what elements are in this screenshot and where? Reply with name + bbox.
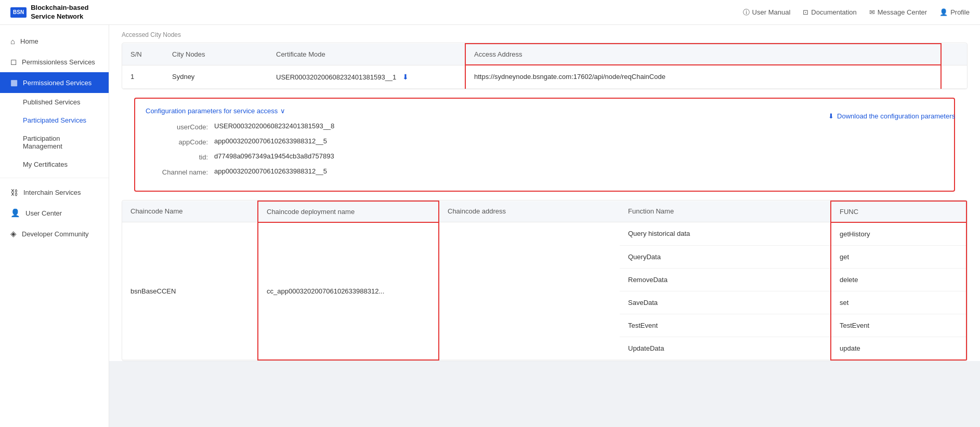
logo-icon: BSN <box>10 7 27 18</box>
col-action <box>941 44 967 65</box>
top-nav: BSN Blockchain-based Service Network ⓘ U… <box>0 0 980 25</box>
func-name-5: TestEvent <box>620 314 831 337</box>
chaincode-col-deploy: Chaincode deployment name <box>258 201 439 222</box>
sidebar-item-my-certs[interactable]: My Certificates <box>0 155 109 174</box>
func-6: update <box>831 337 966 360</box>
docs-icon: ⊡ <box>803 8 808 16</box>
sidebar-item-published[interactable]: Published Services <box>0 93 109 111</box>
permissionless-icon: ◻ <box>10 57 17 66</box>
sidebar: ⌂ Home ◻ Permissionless Services ▦ Permi… <box>0 25 109 427</box>
documentation-link[interactable]: ⊡ Documentation <box>803 8 856 16</box>
chaincode-col-name: Chaincode Name <box>122 201 258 222</box>
sidebar-divider-1 <box>0 178 109 178</box>
col-access: Access Address <box>465 44 941 65</box>
row-more <box>941 65 967 88</box>
func-name-1: Query historical data <box>620 222 831 246</box>
config-row-appcode: appCode: app000320200706102633988312__5 <box>146 137 944 146</box>
chaincode-col-func: FUNC <box>831 201 966 222</box>
table-row: bsnBaseCCEN cc_app0003202007061026339883… <box>122 222 966 246</box>
main-content: Accessed City Nodes S/N City Nodes Certi… <box>109 25 980 427</box>
sidebar-item-user-center[interactable]: 👤 User Center <box>0 203 109 223</box>
download-area: ⬇ Download the configuration parameters <box>816 108 968 126</box>
message-center-link[interactable]: ✉ Message Center <box>869 8 927 16</box>
sidebar-item-home[interactable]: ⌂ Home <box>0 31 109 51</box>
logo-text: Blockchain-based Service Network <box>31 4 88 21</box>
func-name-3: RemoveData <box>620 268 831 291</box>
func-5: TestEvent <box>831 314 966 337</box>
user-manual-link[interactable]: ⓘ User Manual <box>743 8 791 17</box>
profile-icon: 👤 <box>939 8 948 16</box>
func-1: getHistory <box>831 222 966 246</box>
chaincode-table-wrapper: Chaincode Name Chaincode deployment name… <box>122 200 968 361</box>
interchain-icon: ⛓ <box>10 188 18 197</box>
row-city: Sydney <box>164 65 268 88</box>
permissioned-icon: ▦ <box>10 78 18 87</box>
row-sn: 1 <box>122 65 164 88</box>
city-nodes-section: S/N City Nodes Certificate Mode Access A… <box>122 43 968 89</box>
row-cert: USER000320200608232401381593__1 ⬇ <box>268 65 465 88</box>
sidebar-item-permissionless[interactable]: ◻ Permissionless Services <box>0 51 109 72</box>
dev-community-icon: ◈ <box>10 229 17 238</box>
sidebar-item-participated[interactable]: Participated Services <box>0 111 109 129</box>
func-4: set <box>831 291 966 314</box>
message-icon: ✉ <box>869 8 875 16</box>
sidebar-item-permissioned[interactable]: ▦ Permissioned Services <box>0 72 109 93</box>
nav-right: ⓘ User Manual ⊡ Documentation ✉ Message … <box>743 8 970 17</box>
download-config-button[interactable]: ⬇ Download the configuration parameters <box>828 112 955 120</box>
config-row-tid: tid: d77498a0967349a19454cb3a8d757893 <box>146 152 944 161</box>
content-area: Accessed City Nodes S/N City Nodes Certi… <box>109 25 980 361</box>
row-access: https://sydneynode.bsngate.com:17602/api… <box>465 65 941 88</box>
logo-area: BSN Blockchain-based Service Network <box>10 4 114 21</box>
config-download-area: Configuration parameters for service acc… <box>122 98 968 192</box>
func-name-4: SaveData <box>620 291 831 314</box>
breadcrumb: Accessed City Nodes <box>109 25 980 43</box>
func-3: delete <box>831 268 966 291</box>
chaincode-table: Chaincode Name Chaincode deployment name… <box>122 201 967 361</box>
chevron-down-icon: ∨ <box>280 107 285 115</box>
download-cert-icon[interactable]: ⬇ <box>402 73 409 81</box>
table-row: 1 Sydney USER000320200608232401381593__1… <box>122 65 967 88</box>
user-center-icon: 👤 <box>10 208 20 218</box>
func-name-2: QueryData <box>620 245 831 268</box>
chaincode-col-func-name: Function Name <box>620 201 831 222</box>
chaincode-section: Chaincode Name Chaincode deployment name… <box>122 200 968 361</box>
func-2: get <box>831 245 966 268</box>
chaincode-col-address: Chaincode address <box>439 201 620 222</box>
chaincode-deploy-cell: cc_app000320200706102633988312... <box>258 222 439 360</box>
home-icon: ⌂ <box>10 37 15 46</box>
chaincode-address-cell <box>439 222 620 360</box>
download-icon: ⬇ <box>828 112 834 120</box>
col-cert: Certificate Mode <box>268 44 465 65</box>
profile-link[interactable]: 👤 Profile <box>939 8 970 16</box>
col-city: City Nodes <box>164 44 268 65</box>
city-nodes-table: S/N City Nodes Certificate Mode Access A… <box>122 43 967 89</box>
sidebar-item-dev-community[interactable]: ◈ Developer Community <box>0 223 109 244</box>
sidebar-item-participation-mgmt[interactable]: Participation Management <box>0 129 109 155</box>
func-name-6: UpdateData <box>620 337 831 360</box>
col-sn: S/N <box>122 44 164 65</box>
chaincode-name-cell: bsnBaseCCEN <box>122 222 258 360</box>
sidebar-item-interchain[interactable]: ⛓ Interchain Services <box>0 182 109 203</box>
manual-icon: ⓘ <box>743 8 750 17</box>
config-row-channel: Channel name: app00032020070610263398831… <box>146 167 944 176</box>
